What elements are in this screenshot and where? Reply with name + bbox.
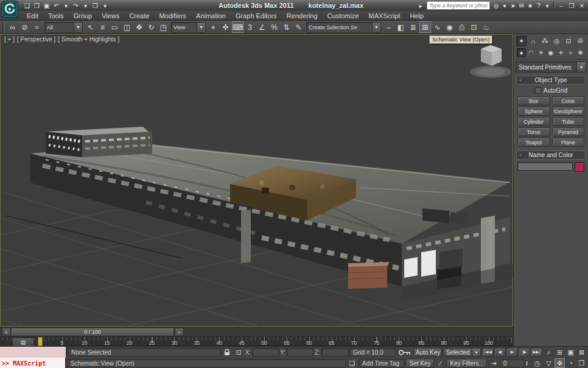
play-button[interactable]: ▶ <box>506 348 518 357</box>
redo-button[interactable]: ↷ <box>72 1 80 10</box>
category-lights[interactable]: ☀ <box>536 48 545 57</box>
primitive-button[interactable]: Pyramid <box>552 127 585 136</box>
menu-item[interactable]: Help <box>405 12 429 19</box>
primitive-button[interactable]: Box <box>517 96 550 105</box>
select-by-name-button[interactable]: ≡ <box>97 21 108 33</box>
communication-center-icon[interactable]: ✉ <box>519 2 525 9</box>
primitive-button[interactable]: Sphere <box>517 107 550 116</box>
tab-utilities[interactable]: ✇ <box>575 36 586 46</box>
keyboard-shortcut-override-button[interactable]: ⌨ <box>232 21 243 33</box>
autogrid-checkbox[interactable] <box>534 87 541 94</box>
y-coordinate-field[interactable] <box>287 348 313 356</box>
select-and-move-button[interactable]: ✥ <box>133 21 145 33</box>
curve-editor-button[interactable]: ∿ <box>432 21 443 33</box>
viewport-shading-menu[interactable]: [ Smooth + Highlights ] <box>58 36 119 43</box>
perspective-viewport[interactable]: [ + ] [ Perspective ] [ Smooth + Highlig… <box>0 34 513 327</box>
angle-snap-button[interactable]: ∠ <box>256 21 268 33</box>
menu-item[interactable]: Graph Editors <box>231 12 282 19</box>
zoom-extents-button[interactable]: ▣ <box>565 347 576 357</box>
project-caret[interactable]: ▾ <box>101 1 109 10</box>
selection-set-dropdown[interactable]: Selected▼ <box>443 348 481 357</box>
absolute-mode-icon[interactable]: ⊡ <box>234 347 244 357</box>
object-type-rollout-header[interactable]: - Object Type <box>516 76 586 85</box>
zoom-button[interactable]: ⌕ <box>544 347 554 357</box>
mini-window-icon[interactable]: ❏ <box>347 358 357 368</box>
go-to-end-button[interactable]: ▶▶| <box>531 348 542 357</box>
z-coordinate-field[interactable] <box>321 348 348 356</box>
name-color-rollout-header[interactable]: - Name and Color <box>516 150 586 160</box>
menu-item[interactable]: Edit <box>22 12 43 19</box>
primitive-button[interactable]: Teapot <box>517 138 550 147</box>
selection-filter-dropdown[interactable]: All▼ <box>44 22 83 33</box>
search-options-caret[interactable]: ▾ <box>502 2 508 9</box>
previous-frame-button[interactable]: ◀| <box>494 348 506 357</box>
time-configuration-icon[interactable]: ◷ <box>532 358 542 368</box>
primitive-button[interactable]: Torus <box>517 127 550 136</box>
zoom-extents-all-button[interactable]: ⊠ <box>576 347 587 357</box>
snaps-toggle-button[interactable]: 3 <box>244 21 256 33</box>
chevron-down-icon[interactable]: ▼ <box>74 23 82 32</box>
category-systems[interactable]: ❋ <box>576 48 585 57</box>
primitive-button[interactable]: Plane <box>552 138 585 147</box>
menu-item[interactable]: Create <box>124 12 154 19</box>
category-cameras[interactable]: ◉ <box>546 48 555 57</box>
next-frame-button[interactable]: |▶ <box>519 348 530 357</box>
named-selection-sets-dropdown[interactable]: Create Selection Se▼ <box>306 22 381 33</box>
search-expand-arrow[interactable]: ▸ <box>418 2 424 9</box>
menu-item[interactable]: Customize <box>323 12 364 19</box>
menu-item[interactable]: Views <box>97 12 124 19</box>
use-pivot-point-center-button[interactable]: ⌖ <box>208 21 219 33</box>
chevron-down-icon[interactable]: ▼ <box>372 23 380 32</box>
undo-caret[interactable]: ▾ <box>62 1 70 10</box>
render-setup-button[interactable]: ⎙ <box>456 21 467 33</box>
percent-snap-button[interactable]: % <box>268 21 280 33</box>
chevron-down-icon[interactable]: ▼ <box>197 23 205 32</box>
select-and-manipulate-button[interactable]: ✜ <box>220 21 231 33</box>
tab-motion[interactable]: ◎ <box>551 36 562 46</box>
material-editor-button[interactable]: ◉ <box>444 21 455 33</box>
track-bar[interactable]: ▤ 51015202530354045505560657075808590951… <box>0 337 513 346</box>
rendered-frame-window-button[interactable]: ⊡ <box>468 21 480 33</box>
rectangular-selection-region-button[interactable]: ▭ <box>109 21 121 33</box>
maxscript-mini-listener[interactable]: >> MAXScript <box>0 358 66 368</box>
undo-button[interactable]: ↶ <box>52 1 60 10</box>
help-icon[interactable]: ? <box>536 2 542 9</box>
view-cube[interactable] <box>470 45 511 78</box>
tab-create[interactable]: ✦ <box>516 36 527 46</box>
help-caret[interactable]: ▾ <box>544 2 550 9</box>
category-helpers[interactable]: ✛ <box>556 48 565 57</box>
search-input[interactable] <box>427 1 490 10</box>
object-name-input[interactable] <box>517 162 573 171</box>
open-file-button[interactable]: ❐ <box>33 1 41 10</box>
x-coordinate-field[interactable] <box>252 348 279 356</box>
bind-to-space-warp-button[interactable]: ≈ <box>31 21 43 33</box>
key-mode-toggle-icon[interactable]: ⇥ <box>488 358 499 368</box>
render-production-button[interactable]: ♨ <box>480 21 492 33</box>
pan-button[interactable]: ✥ <box>555 358 565 368</box>
tab-display[interactable]: ⊡ <box>564 36 574 46</box>
select-object-button[interactable]: ↖ <box>85 21 96 33</box>
chevron-down-icon[interactable]: ▼ <box>576 62 586 72</box>
primitive-button[interactable]: GeoSphere <box>552 107 585 116</box>
close-button[interactable]: ✕ <box>578 2 586 9</box>
field-of-view-button[interactable]: ▽ <box>544 358 554 368</box>
search-binoculars-icon[interactable]: ◎ <box>493 2 499 9</box>
set-key-button[interactable]: Set Key <box>406 359 434 368</box>
menu-item[interactable]: Modifiers <box>154 12 191 19</box>
schematic-view-button[interactable]: ⊞ <box>419 21 431 33</box>
layer-manager-button[interactable]: ≣ <box>407 21 419 33</box>
default-tangents-icon[interactable]: ∕ <box>435 358 446 368</box>
object-color-swatch[interactable] <box>575 162 584 172</box>
time-slider-next-button[interactable]: > <box>175 328 184 336</box>
application-menu-logo[interactable] <box>1 1 18 18</box>
window-crossing-button[interactable]: ◫ <box>121 21 133 33</box>
reference-coordinate-dropdown[interactable]: View▼ <box>171 22 206 33</box>
tab-hierarchy[interactable]: ⁂ <box>540 36 550 46</box>
primitive-button[interactable]: Tube <box>552 117 585 126</box>
maximize-button[interactable]: ❐ <box>568 2 575 9</box>
category-shapes[interactable]: ◠ <box>527 48 536 57</box>
select-and-rotate-button[interactable]: ↻ <box>145 21 157 33</box>
maxscript-macro-recorder[interactable] <box>0 347 66 358</box>
save-file-button[interactable]: ▣ <box>43 1 51 10</box>
selection-lock-icon[interactable] <box>222 347 233 357</box>
